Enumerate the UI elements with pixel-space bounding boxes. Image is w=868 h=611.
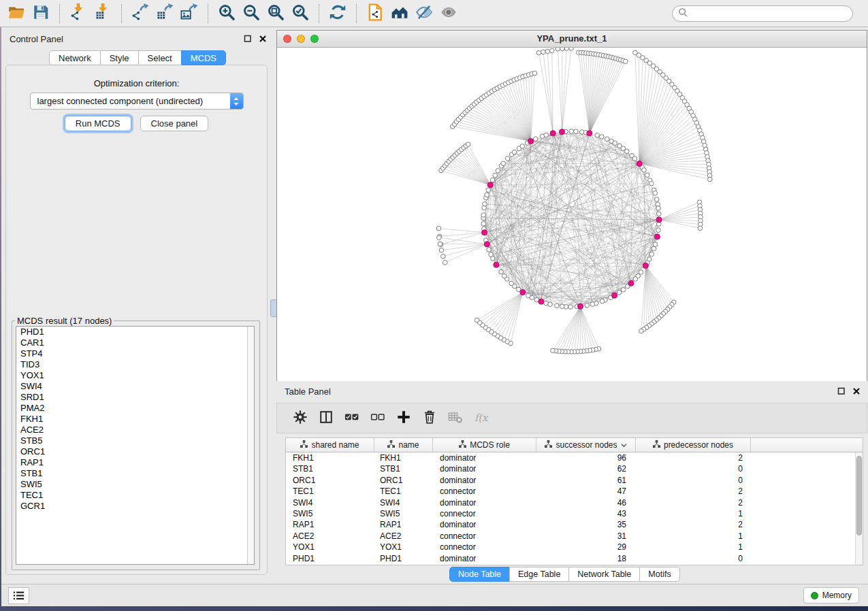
export-table-button[interactable] [152, 1, 177, 27]
mcds-result-item[interactable]: FKH1 [16, 414, 254, 425]
show-graphics-details-button[interactable] [436, 1, 461, 27]
table-cell[interactable]: ACE2 [286, 531, 374, 542]
tab-edge-table[interactable]: Edge Table [509, 567, 569, 582]
result-list-scrollbar[interactable] [247, 327, 254, 564]
zoom-fit-button[interactable] [263, 1, 288, 27]
table-cell[interactable]: FKH1 [374, 452, 433, 463]
table-cell[interactable]: 1 [636, 508, 751, 519]
delete-row-button[interactable] [419, 407, 440, 430]
table-cell[interactable]: 2 [636, 497, 751, 508]
table-cell[interactable]: PHD1 [286, 553, 374, 564]
network-graph[interactable] [277, 48, 867, 381]
hide-graphics-details-button[interactable] [412, 1, 436, 27]
table-cell[interactable]: TEC1 [286, 486, 374, 497]
table-cell[interactable]: 2 [636, 486, 751, 497]
table-cell[interactable]: 46 [536, 497, 636, 508]
table-cell[interactable]: 18 [536, 553, 636, 564]
table-cell[interactable]: dominator [433, 475, 536, 486]
table-cell[interactable]: STB1 [286, 463, 374, 474]
table-cell[interactable]: TEC1 [374, 486, 433, 497]
table-scrollbar[interactable] [855, 452, 863, 565]
refresh-layout-button[interactable] [325, 1, 350, 27]
table-cell[interactable]: FKH1 [286, 452, 374, 463]
table-cell[interactable]: ORC1 [286, 475, 374, 486]
open-file-button[interactable] [4, 1, 29, 27]
close-panel-button[interactable]: Close panel [140, 116, 209, 131]
mcds-result-item[interactable]: RAP1 [16, 457, 254, 468]
close-panel-icon[interactable] [258, 34, 267, 43]
table-cell[interactable]: dominator [433, 452, 536, 463]
table-cell[interactable]: STB1 [374, 463, 433, 474]
export-image-button[interactable] [177, 1, 202, 27]
table-cell[interactable]: SWI5 [286, 508, 374, 519]
table-cell[interactable]: ORC1 [374, 475, 433, 486]
deselect-all-button[interactable] [367, 407, 389, 430]
tab-network[interactable]: Network [49, 50, 101, 65]
zoom-out-button[interactable] [239, 1, 263, 27]
network-canvas[interactable] [277, 48, 867, 381]
mcds-result-item[interactable]: TEC1 [16, 490, 254, 501]
network-from-file-button[interactable] [363, 1, 387, 27]
mcds-result-item[interactable]: SWI5 [16, 479, 254, 490]
mcds-result-item[interactable]: ACE2 [16, 425, 254, 435]
table-cell[interactable]: connector [433, 486, 536, 497]
tab-node-table[interactable]: Node Table [449, 567, 510, 582]
table-scrollbar-thumb[interactable] [856, 456, 862, 535]
column-header-name[interactable]: name [374, 438, 433, 452]
select-all-button[interactable] [341, 407, 363, 430]
table-cell[interactable]: dominator [433, 463, 536, 474]
table-cell[interactable]: connector [433, 531, 536, 542]
import-table-button[interactable] [91, 1, 115, 27]
table-row[interactable]: STB1STB1dominator620 [286, 463, 856, 474]
table-cell[interactable]: 61 [536, 475, 636, 486]
task-history-button[interactable] [8, 587, 29, 604]
float-panel-icon[interactable] [243, 34, 252, 43]
mcds-result-item[interactable]: CAR1 [16, 337, 254, 348]
table-cell[interactable]: connector [433, 508, 536, 519]
table-cell[interactable]: 1 [636, 531, 751, 542]
column-layout-button[interactable] [315, 407, 337, 430]
table-cell[interactable]: 2 [636, 519, 751, 530]
column-header-shared-name[interactable]: shared name [286, 438, 374, 452]
home-networks-button[interactable] [387, 1, 412, 27]
table-cell[interactable]: 0 [636, 553, 751, 564]
delete-table-button[interactable] [445, 407, 466, 430]
settings-gear-button[interactable] [289, 407, 311, 430]
table-cell[interactable]: dominator [433, 497, 536, 508]
table-row[interactable]: FKH1FKH1dominator962 [286, 452, 856, 463]
mcds-result-item[interactable]: GCR1 [16, 501, 254, 512]
table-cell[interactable]: dominator [433, 553, 536, 564]
table-cell[interactable]: 96 [536, 452, 636, 463]
table-cell[interactable]: YOX1 [286, 542, 374, 552]
tab-network-table[interactable]: Network Table [568, 567, 640, 582]
table-cell[interactable]: RAP1 [286, 519, 374, 530]
float-panel-icon[interactable] [837, 386, 846, 395]
export-network-button[interactable] [128, 1, 152, 27]
table-cell[interactable]: 35 [536, 519, 636, 530]
table-cell[interactable]: 47 [536, 486, 636, 497]
table-cell[interactable]: 62 [536, 463, 636, 474]
table-cell[interactable]: connector [433, 542, 536, 552]
table-cell[interactable]: 2 [636, 452, 751, 463]
table-cell[interactable]: SWI4 [374, 497, 433, 508]
table-cell[interactable]: 29 [536, 542, 636, 552]
column-header-predecessor-nodes[interactable]: predecessor nodes [636, 438, 751, 452]
mcds-result-item[interactable]: STB5 [16, 435, 254, 446]
close-panel-icon[interactable] [852, 386, 861, 395]
table-row[interactable]: PHD1PHD1dominator180 [286, 553, 856, 564]
table-row[interactable]: ACE2ACE2connector311 [286, 531, 856, 542]
tab-style[interactable]: Style [100, 50, 139, 65]
column-header-MCDS-role[interactable]: MCDS role [433, 438, 536, 452]
table-cell[interactable]: 0 [636, 475, 751, 486]
table-cell[interactable]: ACE2 [374, 531, 433, 542]
run-mcds-button[interactable]: Run MCDS [65, 116, 131, 131]
table-row[interactable]: TEC1TEC1connector472 [286, 486, 856, 497]
table-cell[interactable]: YOX1 [374, 542, 433, 552]
column-header-successor-nodes[interactable]: successor nodes [536, 438, 636, 452]
table-row[interactable]: SWI4SWI4dominator462 [286, 497, 856, 508]
table-cell[interactable]: PHD1 [374, 553, 433, 564]
mcds-result-item[interactable]: SRD1 [16, 392, 254, 403]
save-session-button[interactable] [29, 1, 53, 27]
table-row[interactable]: RAP1RAP1dominator352 [286, 519, 856, 530]
mcds-result-item[interactable]: SWI4 [16, 381, 254, 392]
